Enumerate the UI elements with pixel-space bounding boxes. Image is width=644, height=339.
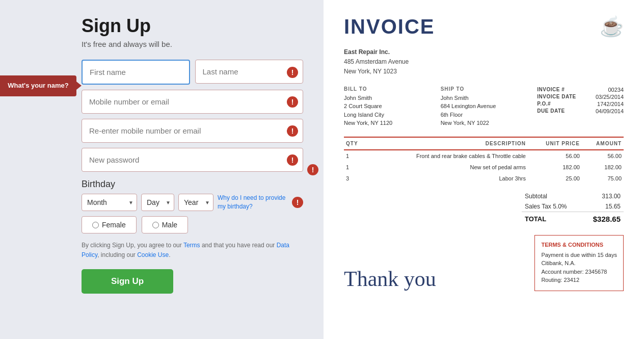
company-info: East Repair Inc. 485 Amsterdam Avenue Ne…: [344, 47, 624, 77]
re-enter-row: !: [82, 119, 303, 143]
first-name-wrap: [82, 60, 190, 85]
po-num: 1742/2014: [587, 100, 624, 108]
subtotal-row: Subtotal 313.00: [522, 191, 624, 201]
coffee-icon: ☕: [600, 15, 624, 38]
day-select[interactable]: Day: [141, 194, 174, 211]
col-qty: QTY: [344, 137, 367, 150]
birthday-why-link[interactable]: Why do I need to provide my birthday?: [218, 194, 288, 211]
birthday-row: Month JanuaryFebruaryMarch AprilMayJune …: [82, 194, 303, 211]
ship-to-city: New York, NY 1022: [441, 119, 527, 127]
table-row: 3 Labor 3hrs 25.00 75.00: [344, 173, 624, 184]
ship-to-header: SHIP TO: [441, 86, 527, 92]
bill-to-addr1: 2 Court Square: [344, 102, 431, 111]
col-unit: UNIT PRICE: [528, 137, 582, 150]
name-row: !: [82, 60, 303, 85]
row-qty: 1: [344, 162, 367, 173]
terms-text: By clicking Sign Up, you agree to our Te…: [82, 241, 303, 260]
terms-account: Account number: 2345678: [541, 268, 617, 276]
due-date: 04/09/2014: [587, 108, 624, 115]
row-desc: New set of pedal arms: [367, 162, 528, 173]
mobile-row: !: [82, 90, 303, 114]
invoice-date: 03/25/2014: [587, 93, 624, 100]
terms-link[interactable]: Terms: [183, 242, 200, 249]
month-wrap: Month JanuaryFebruaryMarch AprilMayJune …: [82, 194, 137, 211]
due-date-label: DUE DATE: [537, 108, 587, 115]
signup-button[interactable]: Sign Up: [82, 269, 173, 294]
row-unit: 182.00: [528, 162, 582, 173]
invoice-date-label: INVOICE DATE: [537, 93, 587, 100]
password-error-icon: !: [287, 154, 298, 166]
subtotal-value: 313.00: [582, 191, 624, 201]
total-row: TOTAL $328.65: [522, 212, 624, 225]
col-amount: AMOUNT: [582, 137, 624, 150]
table-row: 1 Front and rear brake cables & Throttle…: [344, 150, 624, 162]
tax-row: Sales Tax 5.0% 15.65: [522, 201, 624, 212]
ship-to-col: SHIP TO John Smith 684 Lexington Avenue …: [441, 86, 527, 127]
female-radio[interactable]: [92, 222, 99, 228]
ship-to-addr1: 684 Lexington Avenue: [441, 102, 527, 111]
password-row: !: [82, 148, 303, 172]
female-label: Female: [102, 221, 126, 229]
last-name-wrap: !: [195, 60, 304, 85]
signup-subtitle: It's free and always will be.: [82, 40, 303, 48]
signup-panel: What's your name? Sign Up It's free and …: [0, 0, 324, 339]
row-qty: 1: [344, 150, 367, 162]
signup-title: Sign Up: [82, 15, 303, 37]
re-enter-input[interactable]: [82, 119, 303, 143]
invoice-meta-col: INVOICE # 00234 INVOICE DATE 03/25/2014 …: [537, 86, 624, 127]
totals-table: Subtotal 313.00 Sales Tax 5.0% 15.65 TOT…: [522, 191, 624, 225]
terms-content1: Payment is due within 15 days: [541, 251, 617, 259]
row-unit: 25.00: [528, 173, 582, 184]
birthday-label: Birthday: [82, 179, 303, 190]
month-select[interactable]: Month JanuaryFebruaryMarch AprilMayJune …: [82, 194, 137, 211]
invoice-num: 00234: [587, 86, 624, 93]
terms-bank: Citibank, N.A.: [541, 259, 617, 268]
bill-to-city: Long Island City: [344, 111, 431, 119]
row-amount: 56.00: [582, 150, 624, 162]
thank-you-text: Thank you: [344, 267, 436, 291]
terms-routing: Routing: 23412: [541, 276, 617, 284]
row-amount: 182.00: [582, 162, 624, 173]
female-option[interactable]: Female: [82, 216, 137, 233]
total-label: TOTAL: [522, 212, 582, 225]
row-desc: Front and rear brake cables & Throttle c…: [367, 150, 528, 162]
invoice-title: INVOICE: [344, 15, 435, 38]
row-amount: 75.00: [582, 173, 624, 184]
first-name-input[interactable]: [82, 60, 190, 85]
invoice-header: INVOICE ☕: [344, 15, 624, 38]
year-wrap: Year: [178, 194, 213, 211]
mobile-input[interactable]: [82, 90, 303, 114]
birthday-error-icon: !: [292, 197, 303, 208]
invoice-table: QTY DESCRIPTION UNIT PRICE AMOUNT 1 Fron…: [344, 137, 624, 184]
male-radio[interactable]: [152, 222, 159, 228]
row-qty: 3: [344, 173, 367, 184]
invoice-addresses: BILL TO John Smith 2 Court Square Long I…: [344, 86, 624, 127]
company-address2: New York, NY 1023: [344, 67, 624, 76]
invoice-panel: INVOICE ☕ East Repair Inc. 485 Amsterdam…: [324, 0, 644, 339]
totals-section: Subtotal 313.00 Sales Tax 5.0% 15.65 TOT…: [344, 191, 624, 225]
terms-box: TERMS & CONDITIONS Payment is due within…: [534, 235, 624, 291]
company-name: East Repair Inc.: [344, 47, 624, 57]
re-enter-error-icon: !: [287, 125, 298, 137]
password-input[interactable]: [82, 148, 303, 172]
subtotal-label: Subtotal: [522, 191, 582, 201]
male-option[interactable]: Male: [142, 216, 188, 233]
year-select[interactable]: Year: [178, 194, 213, 211]
invoice-footer: Thank you TERMS & CONDITIONS Payment is …: [344, 235, 624, 291]
row-desc: Labor 3hrs: [367, 173, 528, 184]
mobile-error-icon: !: [287, 96, 298, 108]
tax-value: 15.65: [582, 201, 624, 212]
bill-to-name: John Smith: [344, 94, 431, 102]
row-unit: 56.00: [528, 150, 582, 162]
col-desc: DESCRIPTION: [367, 137, 528, 150]
bill-to-col: BILL TO John Smith 2 Court Square Long I…: [344, 86, 431, 127]
last-name-error-icon: !: [287, 67, 298, 78]
gender-row: Female Male !: [82, 216, 303, 233]
tax-label: Sales Tax 5.0%: [522, 201, 582, 212]
bill-to-header: BILL TO: [344, 86, 431, 92]
name-badge: What's your name?: [0, 75, 76, 96]
invoice-num-label: INVOICE #: [537, 86, 587, 93]
company-address1: 485 Amsterdam Avenue: [344, 57, 624, 67]
cookie-link[interactable]: Cookie Use: [137, 251, 169, 258]
ship-to-name: John Smith: [441, 94, 527, 102]
